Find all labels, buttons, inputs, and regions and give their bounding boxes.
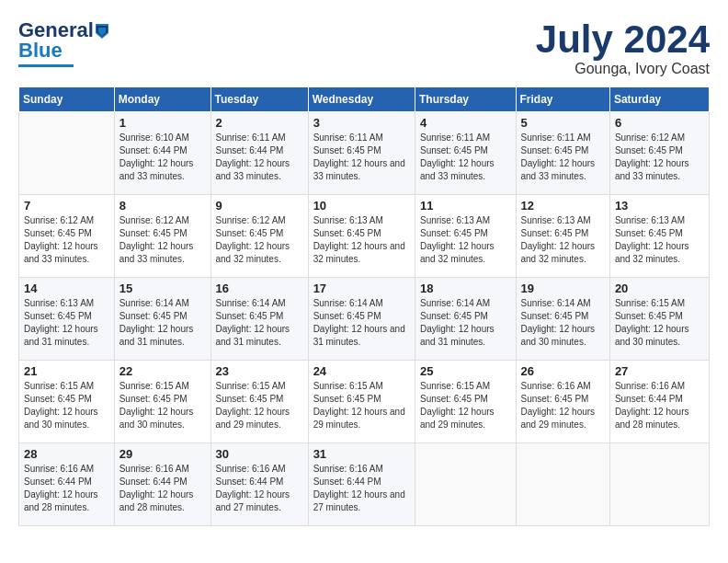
- day-number: 27: [615, 364, 704, 378]
- calendar-cell: 21 Sunrise: 6:15 AMSunset: 6:45 PMDaylig…: [19, 361, 115, 443]
- weekday-header-monday: Monday: [114, 87, 210, 112]
- calendar-cell: 9 Sunrise: 6:12 AMSunset: 6:45 PMDayligh…: [210, 195, 308, 278]
- calendar-cell: 6 Sunrise: 6:12 AMSunset: 6:45 PMDayligh…: [609, 112, 709, 195]
- calendar-cell: 2 Sunrise: 6:11 AMSunset: 6:44 PMDayligh…: [210, 112, 308, 195]
- day-number: 26: [521, 364, 605, 378]
- day-info: Sunrise: 6:13 AMSunset: 6:45 PMDaylight:…: [24, 297, 109, 349]
- calendar-cell: 4 Sunrise: 6:11 AMSunset: 6:45 PMDayligh…: [415, 112, 516, 195]
- day-number: 6: [615, 116, 704, 130]
- day-number: 4: [420, 116, 511, 130]
- calendar-cell: [19, 112, 115, 195]
- day-info: Sunrise: 6:15 AMSunset: 6:45 PMDaylight:…: [216, 380, 303, 431]
- day-info: Sunrise: 6:13 AMSunset: 6:45 PMDaylight:…: [521, 214, 605, 266]
- day-number: 3: [313, 116, 410, 130]
- day-info: Sunrise: 6:11 AMSunset: 6:44 PMDaylight:…: [216, 132, 303, 183]
- day-number: 29: [119, 447, 206, 461]
- day-number: 2: [216, 116, 303, 130]
- day-number: 1: [119, 116, 206, 130]
- calendar-cell: 20 Sunrise: 6:15 AMSunset: 6:45 PMDaylig…: [609, 278, 709, 361]
- day-info: Sunrise: 6:16 AMSunset: 6:44 PMDaylight:…: [615, 380, 704, 431]
- calendar-cell: 28 Sunrise: 6:16 AMSunset: 6:44 PMDaylig…: [19, 443, 115, 526]
- day-info: Sunrise: 6:13 AMSunset: 6:45 PMDaylight:…: [313, 214, 410, 266]
- calendar-cell: 13 Sunrise: 6:13 AMSunset: 6:45 PMDaylig…: [609, 195, 709, 278]
- weekday-header-sunday: Sunday: [19, 87, 115, 112]
- day-number: 30: [216, 447, 303, 461]
- weekday-header-wednesday: Wednesday: [308, 87, 415, 112]
- day-info: Sunrise: 6:15 AMSunset: 6:45 PMDaylight:…: [119, 380, 206, 431]
- day-info: Sunrise: 6:14 AMSunset: 6:45 PMDaylight:…: [119, 297, 206, 349]
- day-number: 11: [420, 199, 511, 213]
- day-info: Sunrise: 6:11 AMSunset: 6:45 PMDaylight:…: [521, 132, 605, 183]
- title-area: July 2024 Gounga, Ivory Coast: [536, 18, 710, 77]
- week-row-2: 7 Sunrise: 6:12 AMSunset: 6:45 PMDayligh…: [19, 195, 710, 278]
- day-info: Sunrise: 6:14 AMSunset: 6:45 PMDaylight:…: [216, 297, 303, 349]
- calendar-cell: 5 Sunrise: 6:11 AMSunset: 6:45 PMDayligh…: [516, 112, 609, 195]
- calendar-cell: [609, 443, 709, 526]
- day-info: Sunrise: 6:12 AMSunset: 6:45 PMDaylight:…: [119, 214, 206, 266]
- calendar-cell: 14 Sunrise: 6:13 AMSunset: 6:45 PMDaylig…: [19, 278, 115, 361]
- calendar-cell: 12 Sunrise: 6:13 AMSunset: 6:45 PMDaylig…: [516, 195, 609, 278]
- day-number: 17: [313, 282, 410, 295]
- calendar-cell: 16 Sunrise: 6:14 AMSunset: 6:45 PMDaylig…: [210, 278, 308, 361]
- day-number: 21: [24, 364, 109, 378]
- week-row-3: 14 Sunrise: 6:13 AMSunset: 6:45 PMDaylig…: [19, 278, 710, 361]
- day-info: Sunrise: 6:16 AMSunset: 6:44 PMDaylight:…: [313, 463, 410, 514]
- day-number: 25: [420, 364, 511, 378]
- day-number: 12: [521, 199, 605, 213]
- day-number: 15: [119, 282, 206, 295]
- weekday-header-saturday: Saturday: [609, 87, 709, 112]
- calendar-cell: 3 Sunrise: 6:11 AMSunset: 6:45 PMDayligh…: [308, 112, 415, 195]
- calendar-cell: 23 Sunrise: 6:15 AMSunset: 6:45 PMDaylig…: [210, 361, 308, 443]
- calendar-cell: 22 Sunrise: 6:15 AMSunset: 6:45 PMDaylig…: [114, 361, 210, 443]
- calendar-cell: 30 Sunrise: 6:16 AMSunset: 6:44 PMDaylig…: [210, 443, 308, 526]
- day-info: Sunrise: 6:13 AMSunset: 6:45 PMDaylight:…: [420, 214, 511, 266]
- calendar-cell: 15 Sunrise: 6:14 AMSunset: 6:45 PMDaylig…: [114, 278, 210, 361]
- day-number: 20: [615, 282, 704, 295]
- month-title: July 2024: [536, 18, 710, 61]
- calendar-cell: 18 Sunrise: 6:14 AMSunset: 6:45 PMDaylig…: [415, 278, 516, 361]
- day-number: 10: [313, 199, 410, 213]
- day-number: 5: [521, 116, 605, 130]
- calendar-cell: 17 Sunrise: 6:14 AMSunset: 6:45 PMDaylig…: [308, 278, 415, 361]
- day-info: Sunrise: 6:16 AMSunset: 6:44 PMDaylight:…: [24, 463, 109, 514]
- header: General Blue July 2024 Gounga, Ivory Coa…: [18, 18, 710, 77]
- calendar-cell: 19 Sunrise: 6:14 AMSunset: 6:45 PMDaylig…: [516, 278, 609, 361]
- day-info: Sunrise: 6:11 AMSunset: 6:45 PMDaylight:…: [313, 132, 410, 183]
- day-info: Sunrise: 6:15 AMSunset: 6:45 PMDaylight:…: [24, 380, 109, 431]
- day-info: Sunrise: 6:14 AMSunset: 6:45 PMDaylight:…: [420, 297, 511, 349]
- day-number: 22: [119, 364, 206, 378]
- day-info: Sunrise: 6:10 AMSunset: 6:44 PMDaylight:…: [119, 132, 206, 183]
- day-number: 8: [119, 199, 206, 213]
- day-number: 28: [24, 447, 109, 461]
- calendar-cell: 7 Sunrise: 6:12 AMSunset: 6:45 PMDayligh…: [19, 195, 115, 278]
- day-info: Sunrise: 6:14 AMSunset: 6:45 PMDaylight:…: [313, 297, 410, 349]
- calendar-table: SundayMondayTuesdayWednesdayThursdayFrid…: [18, 86, 710, 526]
- day-number: 31: [313, 447, 410, 461]
- day-info: Sunrise: 6:16 AMSunset: 6:45 PMDaylight:…: [521, 380, 605, 431]
- day-info: Sunrise: 6:16 AMSunset: 6:44 PMDaylight:…: [216, 463, 303, 514]
- calendar-cell: 8 Sunrise: 6:12 AMSunset: 6:45 PMDayligh…: [114, 195, 210, 278]
- logo-blue: Blue: [18, 39, 63, 63]
- calendar-cell: [415, 443, 516, 526]
- logo: General Blue: [18, 18, 112, 67]
- calendar-cell: 26 Sunrise: 6:16 AMSunset: 6:45 PMDaylig…: [516, 361, 609, 443]
- logo-underline: [18, 64, 74, 67]
- logo-arrow-icon: [92, 20, 112, 40]
- location-title: Gounga, Ivory Coast: [536, 61, 710, 77]
- day-info: Sunrise: 6:12 AMSunset: 6:45 PMDaylight:…: [24, 214, 109, 266]
- day-number: 14: [24, 282, 109, 295]
- day-number: 16: [216, 282, 303, 295]
- day-number: 24: [313, 364, 410, 378]
- day-info: Sunrise: 6:15 AMSunset: 6:45 PMDaylight:…: [313, 380, 410, 431]
- day-info: Sunrise: 6:14 AMSunset: 6:45 PMDaylight:…: [521, 297, 605, 349]
- weekday-header-thursday: Thursday: [415, 87, 516, 112]
- day-number: 23: [216, 364, 303, 378]
- calendar-cell: [516, 443, 609, 526]
- day-info: Sunrise: 6:12 AMSunset: 6:45 PMDaylight:…: [615, 132, 704, 183]
- day-info: Sunrise: 6:15 AMSunset: 6:45 PMDaylight:…: [420, 380, 511, 431]
- calendar-cell: 27 Sunrise: 6:16 AMSunset: 6:44 PMDaylig…: [609, 361, 709, 443]
- day-info: Sunrise: 6:15 AMSunset: 6:45 PMDaylight:…: [615, 297, 704, 349]
- day-info: Sunrise: 6:11 AMSunset: 6:45 PMDaylight:…: [420, 132, 511, 183]
- weekday-header-friday: Friday: [516, 87, 609, 112]
- week-row-1: 1 Sunrise: 6:10 AMSunset: 6:44 PMDayligh…: [19, 112, 710, 195]
